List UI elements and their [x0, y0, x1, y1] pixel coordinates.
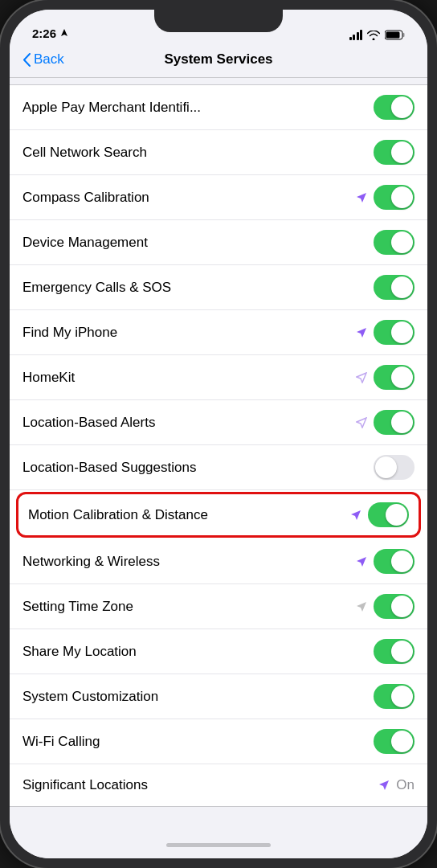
- location-arrow-outline-icon: [356, 372, 367, 383]
- row-label: Setting Time Zone: [22, 599, 133, 615]
- location-arrow-icon: [356, 327, 367, 338]
- toggle-cell-network[interactable]: [374, 140, 415, 165]
- list-item[interactable]: Wi-Fi Calling: [10, 719, 427, 764]
- list-item[interactable]: Find My iPhone: [10, 310, 427, 355]
- row-label: Emergency Calls & SOS: [22, 280, 171, 296]
- status-icons: [349, 30, 406, 40]
- toggle-location-alerts[interactable]: [374, 410, 415, 435]
- status-time: 2:26: [32, 27, 68, 40]
- toggle-find-iphone[interactable]: [374, 320, 415, 345]
- list-item[interactable]: Share My Location: [10, 629, 427, 674]
- toggle-homekit[interactable]: [374, 365, 415, 390]
- list-item[interactable]: Location-Based Suggestions: [10, 445, 427, 490]
- row-label: Device Management: [22, 235, 148, 251]
- toggle-wifi-calling[interactable]: [374, 729, 415, 754]
- svg-rect-1: [386, 32, 400, 39]
- svg-rect-2: [403, 33, 405, 37]
- back-label: Back: [34, 51, 64, 68]
- list-item[interactable]: Networking & Wireless: [10, 539, 427, 584]
- phone-screen: 2:26: [10, 10, 427, 858]
- row-label: Share My Location: [22, 644, 137, 660]
- battery-icon: [385, 30, 405, 40]
- row-label: System Customization: [22, 689, 158, 705]
- location-active-icon: [60, 29, 68, 39]
- row-label: Motion Calibration & Distance: [28, 507, 208, 523]
- list-item[interactable]: Apple Pay Merchant Identifi...: [10, 85, 427, 130]
- row-label: Significant Locations: [22, 777, 148, 793]
- row-label: Find My iPhone: [22, 325, 117, 341]
- list-item[interactable]: Significant Locations On: [10, 764, 427, 806]
- home-bar: [166, 843, 271, 847]
- location-arrow-gray-icon: [356, 601, 367, 612]
- settings-content: Apple Pay Merchant Identifi... Cell Netw…: [10, 78, 427, 831]
- location-arrow-outline-icon: [356, 417, 367, 428]
- list-item[interactable]: Location-Based Alerts: [10, 400, 427, 445]
- toggle-timezone[interactable]: [374, 594, 415, 619]
- row-label: Compass Calibration: [22, 190, 149, 206]
- back-button[interactable]: Back: [22, 51, 64, 68]
- list-item[interactable]: Setting Time Zone: [10, 584, 427, 629]
- home-indicator: [10, 831, 427, 858]
- list-item[interactable]: Emergency Calls & SOS: [10, 265, 427, 310]
- toggle-networking[interactable]: [374, 549, 415, 574]
- row-label: Wi-Fi Calling: [22, 734, 100, 750]
- row-label: Location-Based Alerts: [22, 415, 155, 431]
- nav-bar: Back System Services: [10, 45, 427, 78]
- toggle-motion-calibration[interactable]: [368, 502, 409, 527]
- signal-icon: [349, 30, 363, 40]
- row-label: HomeKit: [22, 370, 75, 386]
- toggle-emergency[interactable]: [374, 275, 415, 300]
- phone-frame: 2:26: [0, 0, 437, 868]
- page-title: System Services: [164, 51, 272, 68]
- toggle-share-location[interactable]: [374, 639, 415, 664]
- list-item-highlighted[interactable]: Motion Calibration & Distance: [16, 492, 421, 538]
- row-label: Networking & Wireless: [22, 554, 160, 570]
- toggle-location-suggestions[interactable]: [374, 455, 415, 480]
- list-item[interactable]: Compass Calibration: [10, 175, 427, 220]
- location-arrow-icon: [356, 192, 367, 203]
- notch: [154, 10, 283, 32]
- row-value: On: [396, 777, 415, 793]
- location-arrow-icon: [350, 510, 361, 521]
- settings-group: Apple Pay Merchant Identifi... Cell Netw…: [10, 84, 427, 807]
- wifi-icon: [367, 31, 380, 40]
- row-label: Location-Based Suggestions: [22, 460, 196, 476]
- toggle-device-mgmt[interactable]: [374, 230, 415, 255]
- list-item[interactable]: Cell Network Search: [10, 130, 427, 175]
- row-label: Cell Network Search: [22, 145, 147, 161]
- list-item[interactable]: HomeKit: [10, 355, 427, 400]
- location-arrow-icon: [356, 556, 367, 567]
- toggle-compass[interactable]: [374, 185, 415, 210]
- location-arrow-icon: [378, 780, 390, 791]
- toggle-system-custom[interactable]: [374, 684, 415, 709]
- row-label: Apple Pay Merchant Identifi...: [22, 100, 201, 116]
- list-item[interactable]: System Customization: [10, 674, 427, 719]
- time-display: 2:26: [32, 27, 56, 40]
- list-item[interactable]: Device Management: [10, 220, 427, 265]
- toggle-apple-pay[interactable]: [374, 95, 415, 120]
